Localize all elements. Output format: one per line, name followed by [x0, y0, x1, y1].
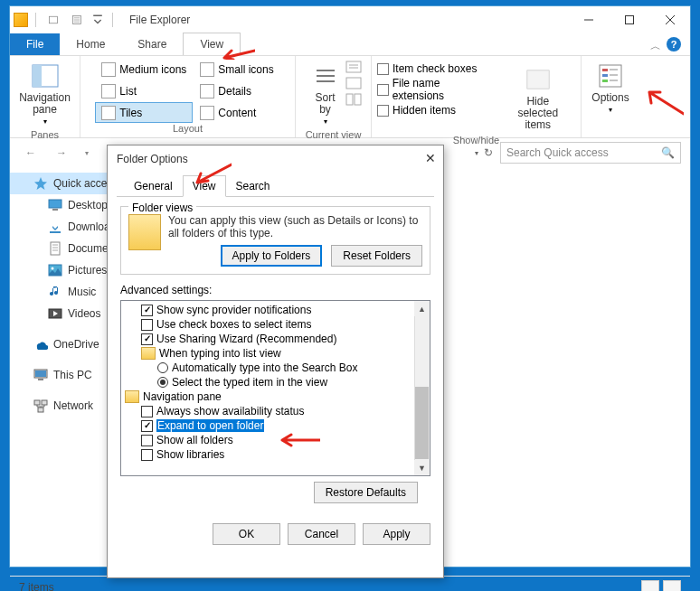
layout-content[interactable]: Content: [194, 102, 279, 123]
svg-point-32: [52, 267, 54, 270]
checkbox-icon: [141, 319, 153, 331]
file-tab[interactable]: File: [10, 33, 60, 55]
scrollbar[interactable]: ▲ ▼: [414, 301, 430, 475]
svg-rect-0: [50, 16, 58, 23]
checkbox-icon: [141, 449, 153, 461]
apply-button[interactable]: Apply: [363, 523, 430, 545]
ribbon: Navigation pane ▾ Panes Medium icons Sma…: [10, 55, 690, 138]
refresh-icon[interactable]: ↻: [484, 146, 493, 159]
qat-new-folder-icon[interactable]: [43, 10, 63, 30]
item-label: Use Sharing Wizard (Recommended): [156, 333, 336, 345]
advanced-item[interactable]: Show all folders: [123, 433, 428, 447]
view-mode-icons[interactable]: [641, 580, 681, 592]
tab-home[interactable]: Home: [60, 33, 121, 55]
svg-rect-27: [51, 242, 60, 255]
cancel-button[interactable]: Cancel: [288, 523, 355, 545]
back-button[interactable]: ←: [19, 142, 43, 164]
svg-rect-16: [527, 70, 549, 89]
layout-tiles[interactable]: Tiles: [95, 102, 193, 123]
recent-dropdown[interactable]: ▾: [80, 142, 93, 164]
svg-rect-12: [346, 78, 361, 89]
tiles-view-icon: [663, 580, 681, 592]
svg-rect-24: [49, 200, 61, 208]
qat-properties-icon[interactable]: [67, 10, 87, 30]
layout-medium-icons[interactable]: Medium icons: [95, 60, 193, 80]
advanced-item[interactable]: Show sync provider notifications: [123, 303, 428, 317]
checkbox-icon: [141, 435, 153, 446]
layout-details[interactable]: Details: [194, 81, 279, 102]
item-label: Use check boxes to select items: [156, 318, 311, 331]
scroll-down-icon: ▼: [414, 460, 430, 475]
advanced-item[interactable]: Use Sharing Wizard (Recommended): [123, 332, 428, 346]
scrollbar-thumb: [415, 387, 429, 459]
item-label: Navigation pane: [143, 390, 222, 403]
advanced-item[interactable]: Always show availability status: [123, 404, 428, 418]
minimize-button[interactable]: [568, 6, 609, 33]
system-icon[interactable]: [14, 13, 28, 27]
tab-share[interactable]: Share: [121, 33, 183, 55]
dialog-titlebar[interactable]: Folder Options ✕: [108, 145, 443, 173]
advanced-item: When typing into list view: [123, 346, 428, 361]
hide-selected-items-button[interactable]: Hide selected items: [500, 61, 575, 135]
advanced-item[interactable]: Show libraries: [123, 447, 428, 462]
svg-rect-22: [602, 80, 608, 82]
forward-button[interactable]: →: [50, 142, 73, 164]
dialog-tabs: General View Search: [117, 174, 434, 197]
advanced-item[interactable]: Expand to open folder: [123, 418, 428, 433]
dialog-tab-general[interactable]: General: [124, 175, 183, 197]
reset-folders-button[interactable]: Reset Folders: [331, 245, 422, 267]
sort-by-button[interactable]: Sort by ▾: [306, 58, 345, 129]
hidden-items-checkbox[interactable]: Hidden items: [377, 103, 491, 117]
help-icon[interactable]: ?: [667, 37, 681, 52]
restore-defaults-button[interactable]: Restore Defaults: [314, 482, 418, 503]
navigation-pane-button[interactable]: Navigation pane ▾: [14, 58, 76, 129]
folder-views-icon: [128, 214, 161, 250]
item-count: 7 items: [19, 581, 54, 592]
advanced-item: Navigation pane: [123, 389, 428, 404]
item-label: Expand to open folder: [156, 419, 264, 432]
radio-icon: [157, 377, 168, 388]
advanced-item[interactable]: Automatically type into the Search Box: [123, 361, 428, 375]
item-label: Always show availability status: [156, 405, 304, 417]
dialog-tab-view[interactable]: View: [183, 175, 226, 197]
tab-view[interactable]: View: [183, 33, 241, 55]
svg-rect-36: [38, 379, 43, 380]
advanced-item[interactable]: Select the typed item in the view: [123, 375, 428, 389]
advanced-item[interactable]: Use check boxes to select items: [123, 317, 428, 332]
svg-rect-35: [35, 371, 46, 377]
layout-list[interactable]: List: [95, 81, 193, 102]
item-label: Automatically type into the Search Box: [172, 361, 357, 374]
item-label: When typing into list view: [159, 347, 281, 360]
item-check-boxes-checkbox[interactable]: Item check boxes: [377, 61, 491, 76]
layout-small-icons[interactable]: Small icons: [194, 60, 279, 80]
dialog-close-button[interactable]: ✕: [425, 151, 436, 165]
svg-rect-13: [346, 94, 353, 105]
checkbox-icon: [141, 333, 153, 345]
folder-options-dialog: Folder Options ✕ General View Search Fol…: [107, 145, 444, 578]
maximize-button[interactable]: [609, 6, 649, 33]
folder-icon: [125, 390, 139, 403]
svg-rect-26: [50, 231, 61, 233]
minimize-ribbon-icon[interactable]: ︿: [650, 39, 661, 54]
ok-button[interactable]: OK: [213, 523, 280, 545]
options-button[interactable]: Options ▾: [586, 58, 634, 117]
item-label: Show all folders: [156, 434, 233, 446]
checkbox-icon: [141, 406, 153, 417]
svg-rect-18: [602, 69, 608, 71]
item-label: Show libraries: [156, 448, 224, 461]
details-view-icon: [641, 580, 659, 592]
radio-icon: [157, 362, 168, 373]
close-button[interactable]: [649, 6, 690, 33]
svg-rect-6: [625, 16, 633, 24]
qat-dropdown-icon[interactable]: [90, 10, 105, 30]
advanced-settings-label: Advanced settings:: [120, 284, 430, 296]
layout-gallery[interactable]: Medium icons Small icons List Details Ti…: [95, 60, 279, 123]
svg-rect-9: [346, 61, 361, 72]
svg-rect-20: [602, 74, 608, 77]
file-name-extensions-checkbox[interactable]: File name extensions: [377, 76, 491, 103]
titlebar[interactable]: File Explorer: [10, 6, 690, 33]
dialog-tab-search[interactable]: Search: [226, 175, 280, 197]
advanced-settings-tree[interactable]: Show sync provider notificationsUse chec…: [120, 300, 430, 476]
search-box[interactable]: Search Quick access 🔍: [500, 142, 681, 164]
apply-to-folders-button[interactable]: Apply to Folders: [221, 245, 323, 267]
